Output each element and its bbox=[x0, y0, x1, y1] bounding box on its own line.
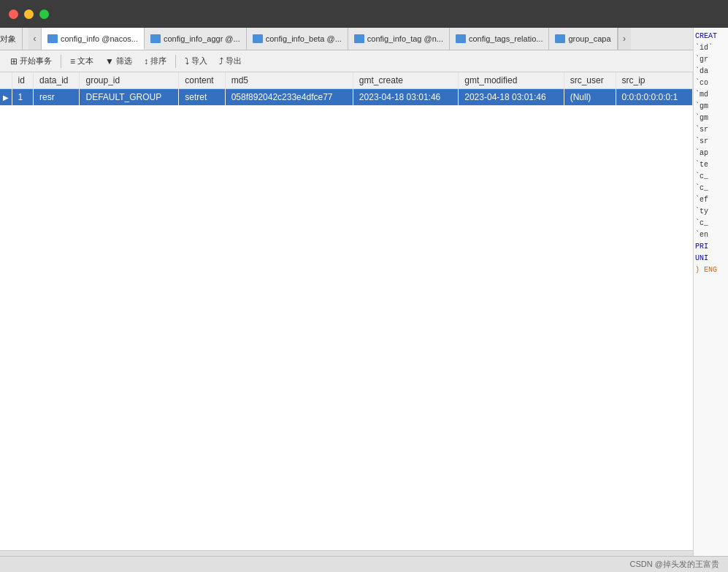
begin-transaction-button[interactable]: ⊞ 开始事务 bbox=[6, 54, 56, 68]
table-area[interactable]: id data_id group_id content md5 gmt_crea… bbox=[0, 72, 693, 550]
separator bbox=[61, 55, 61, 68]
table-icon bbox=[150, 34, 161, 43]
sql-line: `te bbox=[695, 159, 727, 171]
status-bar: CSDN @掉头发的王富贵 bbox=[0, 556, 728, 572]
sql-line: `gr bbox=[695, 54, 727, 66]
sql-line: `c_ bbox=[695, 171, 727, 183]
tab-label: config_info_beta @... bbox=[266, 34, 342, 43]
sort-button[interactable]: ↕ 排序 bbox=[139, 54, 171, 68]
col-header-src-user[interactable]: src_user bbox=[564, 72, 616, 89]
sql-line: `ty bbox=[695, 206, 727, 218]
main-content: 对象 ‹ config_info @nacos... config_info_a… bbox=[0, 28, 728, 556]
tab-item[interactable]: group_capa bbox=[549, 28, 617, 50]
row-indicator-header bbox=[0, 72, 12, 89]
tab-item[interactable]: config_info_tag @n... bbox=[348, 28, 450, 50]
tab-label: config_tags_relatio... bbox=[469, 34, 543, 43]
sql-line: `ef bbox=[695, 194, 727, 206]
cell-id: 1 bbox=[12, 89, 34, 106]
data-table: id data_id group_id content md5 gmt_crea… bbox=[0, 72, 693, 106]
table-row[interactable]: ▶ 1 resr DEFAULT_GROUP setret 058f892042… bbox=[0, 89, 693, 106]
sql-line: `da bbox=[695, 66, 727, 77]
close-button[interactable] bbox=[9, 9, 18, 19]
begin-transaction-label: 开始事务 bbox=[20, 56, 52, 66]
separator bbox=[175, 55, 176, 68]
text-button[interactable]: ≡ 文本 bbox=[66, 54, 98, 68]
toolbar: ⊞ 开始事务 ≡ 文本 ▼ 筛选 ↕ 排序 ⤵ 导入 ⤴ bbox=[0, 50, 693, 72]
text-label: 文本 bbox=[77, 56, 93, 66]
col-header-gmt-modified[interactable]: gmt_modified bbox=[459, 72, 564, 89]
tab-label: config_info @nacos... bbox=[61, 34, 138, 43]
sql-line: `sr bbox=[695, 136, 727, 148]
row-indicator: ▶ bbox=[0, 89, 12, 106]
col-header-src-ip[interactable]: src_ip bbox=[616, 72, 692, 89]
col-header-md5[interactable]: md5 bbox=[225, 72, 353, 89]
sql-line: `ap bbox=[695, 148, 727, 159]
cell-gmt-create: 2023-04-18 03:01:46 bbox=[353, 89, 458, 106]
sql-line: `gm bbox=[695, 101, 727, 113]
tab-label: group_capa bbox=[568, 34, 610, 43]
cell-group-id: DEFAULT_GROUP bbox=[80, 89, 179, 106]
sql-line: CREAT bbox=[695, 31, 727, 42]
cell-src-user: (Null) bbox=[564, 89, 616, 106]
export-button[interactable]: ⤴ 导出 bbox=[215, 54, 246, 68]
status-text: CSDN @掉头发的王富贵 bbox=[630, 559, 719, 570]
export-label: 导出 bbox=[226, 56, 242, 66]
titlebar bbox=[0, 0, 728, 28]
table-header-row: id data_id group_id content md5 gmt_crea… bbox=[0, 72, 693, 89]
col-header-data-id[interactable]: data_id bbox=[34, 72, 80, 89]
table-icon bbox=[555, 34, 565, 43]
cell-src-ip: 0:0:0:0:0:0:0:1 bbox=[616, 89, 692, 106]
tab-item[interactable]: config_info @nacos... bbox=[42, 28, 145, 50]
tab-label: config_info_aggr @... bbox=[164, 34, 240, 43]
sql-line: `co bbox=[695, 77, 727, 89]
sql-line: `en bbox=[695, 229, 727, 241]
export-icon: ⤴ bbox=[219, 56, 223, 66]
filter-icon: ▼ bbox=[105, 56, 114, 66]
table-icon bbox=[456, 34, 466, 43]
col-header-gmt-create[interactable]: gmt_create bbox=[353, 72, 458, 89]
import-icon: ⤵ bbox=[185, 56, 189, 66]
import-button[interactable]: ⤵ 导入 bbox=[180, 54, 212, 68]
traffic-lights bbox=[9, 9, 49, 19]
maximize-button[interactable] bbox=[39, 9, 49, 19]
col-header-id[interactable]: id bbox=[12, 72, 34, 89]
col-header-content[interactable]: content bbox=[179, 72, 225, 89]
text-icon: ≡ bbox=[70, 56, 75, 66]
sql-line: `c_ bbox=[695, 183, 727, 194]
sql-line: `c_ bbox=[695, 218, 727, 229]
sort-icon: ↕ bbox=[144, 56, 148, 66]
right-panel: CREAT `id` `gr `da `co `md `gm `gm `sr `… bbox=[693, 28, 728, 556]
cell-gmt-modified: 2023-04-18 03:01:46 bbox=[459, 89, 564, 106]
object-label: 对象 bbox=[0, 28, 23, 50]
tabs-nav-left[interactable]: ‹ bbox=[28, 28, 42, 50]
col-header-group-id[interactable]: group_id bbox=[80, 72, 179, 89]
sql-line: `id` bbox=[695, 42, 727, 54]
tabs-list: ‹ config_info @nacos... config_info_aggr… bbox=[28, 28, 693, 50]
sql-preview: CREAT `id` `gr `da `co `md `gm `gm `sr `… bbox=[694, 28, 728, 279]
sql-line: ) ENG bbox=[695, 264, 727, 276]
table-icon bbox=[354, 34, 364, 43]
sql-line: UNI bbox=[695, 253, 727, 264]
minimize-button[interactable] bbox=[24, 9, 34, 19]
table-icon bbox=[47, 34, 58, 43]
tab-item[interactable]: config_info_aggr @... bbox=[145, 28, 247, 50]
tab-item[interactable]: config_info_beta @... bbox=[247, 28, 348, 50]
sql-line: PRI bbox=[695, 241, 727, 253]
filter-button[interactable]: ▼ 筛选 bbox=[101, 54, 137, 68]
table-icon bbox=[253, 34, 263, 43]
tab-item[interactable]: config_tags_relatio... bbox=[450, 28, 550, 50]
cell-md5: 058f892042c233e4dfce77 bbox=[225, 89, 353, 106]
left-panel: 对象 ‹ config_info @nacos... config_info_a… bbox=[0, 28, 693, 556]
tabs-nav-right[interactable]: › bbox=[618, 28, 631, 50]
filter-label: 筛选 bbox=[116, 56, 132, 66]
scroll-bar[interactable] bbox=[0, 550, 693, 556]
sql-line: `gm bbox=[695, 113, 727, 124]
sql-line: `sr bbox=[695, 124, 727, 136]
cell-content: setret bbox=[179, 89, 225, 106]
sql-line: `md bbox=[695, 89, 727, 101]
sort-label: 排序 bbox=[150, 56, 166, 66]
cell-data-id: resr bbox=[34, 89, 80, 106]
transaction-icon: ⊞ bbox=[10, 56, 18, 66]
tab-label: config_info_tag @n... bbox=[367, 34, 443, 43]
import-label: 导入 bbox=[191, 56, 207, 66]
